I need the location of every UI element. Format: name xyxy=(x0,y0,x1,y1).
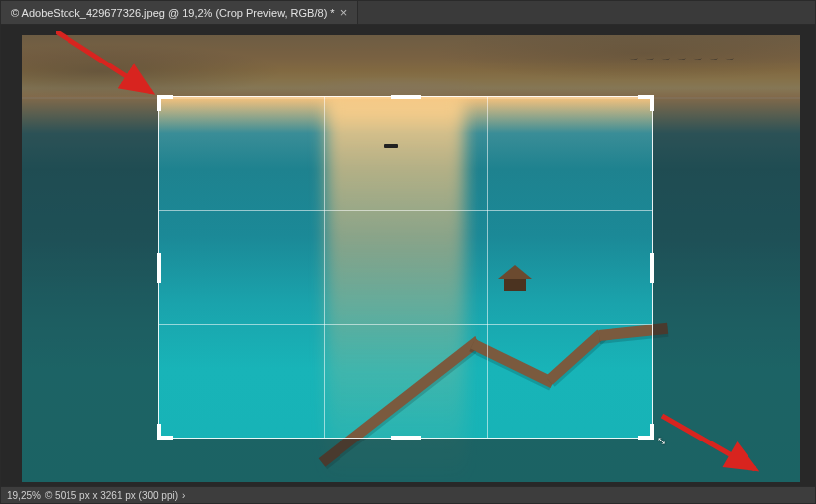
status-bar: 19,25% © 5015 px x 3261 px (300 ppi) › xyxy=(1,486,815,503)
close-icon[interactable]: × xyxy=(340,6,348,19)
crop-handle-bottom[interactable] xyxy=(391,436,421,440)
status-dimensions: © 5015 px x 3261 px (300 ppi) xyxy=(45,490,178,501)
crop-handle-top-left[interactable] xyxy=(157,95,173,111)
crop-grid-line xyxy=(487,97,488,438)
document-tab-title: © AdobeStock_429677326.jpeg @ 19,2% (Cro… xyxy=(11,7,335,19)
crop-handle-left[interactable] xyxy=(157,253,161,283)
document-image[interactable]: ︶︶︶︶︶︶︶ ⤡ xyxy=(22,35,800,482)
crop-grid-line xyxy=(159,210,652,211)
resize-diagonal-icon: ⤡ xyxy=(657,435,666,447)
crop-grid-line xyxy=(324,97,325,438)
crop-handle-top-right[interactable] xyxy=(638,95,654,111)
chevron-right-icon[interactable]: › xyxy=(182,490,185,501)
crop-handle-right[interactable] xyxy=(650,253,654,283)
crop-grid-line xyxy=(159,324,652,325)
document-tab[interactable]: © AdobeStock_429677326.jpeg @ 19,2% (Cro… xyxy=(1,1,358,24)
birds-silhouette: ︶︶︶︶︶︶︶ xyxy=(629,53,741,66)
canvas-area[interactable]: ︶︶︶︶︶︶︶ ⤡ xyxy=(1,25,815,486)
crop-handle-bottom-right[interactable] xyxy=(638,424,654,440)
crop-rectangle[interactable]: ⤡ xyxy=(158,96,653,439)
status-zoom[interactable]: 19,25% xyxy=(7,490,41,501)
crop-handle-top[interactable] xyxy=(391,95,421,99)
document-tab-bar: © AdobeStock_429677326.jpeg @ 19,2% (Cro… xyxy=(1,1,815,25)
crop-handle-bottom-left[interactable] xyxy=(157,424,173,440)
